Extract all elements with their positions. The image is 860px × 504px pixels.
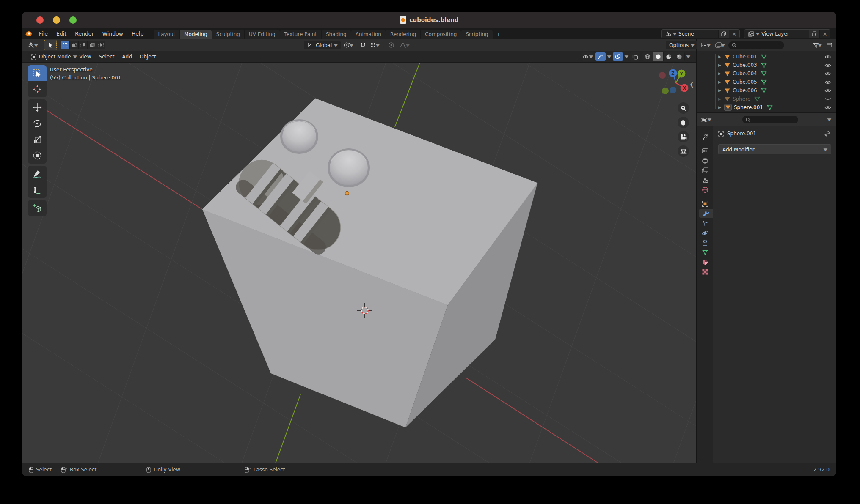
tab-layout[interactable]: Layout	[154, 30, 179, 39]
new-scene-button[interactable]	[718, 30, 729, 38]
tab-uv-editing[interactable]: UV Editing	[245, 30, 280, 39]
disclosure-triangle-icon[interactable]: ▶	[718, 63, 724, 67]
tab-physics[interactable]	[697, 228, 713, 237]
perspective-toggle-button[interactable]	[678, 145, 689, 157]
tab-view-layer[interactable]	[697, 166, 713, 175]
tab-compositing[interactable]: Compositing	[421, 30, 461, 39]
outliner-search-input[interactable]	[728, 41, 784, 49]
visibility-toggle[interactable]	[824, 80, 831, 85]
disclosure-triangle-icon[interactable]: ▶	[718, 105, 724, 110]
menu-object[interactable]: Object	[136, 54, 160, 60]
visibility-toggle[interactable]	[824, 63, 831, 68]
select-mode-invert[interactable]	[88, 41, 96, 49]
properties-editor-type-button[interactable]: ▼	[700, 115, 712, 124]
zoom-window-button[interactable]	[69, 16, 77, 24]
outliner-row-sphere[interactable]: ▶ Sphere	[697, 95, 836, 103]
outliner-row-sphere001[interactable]: ▶ Sphere.001	[697, 103, 836, 112]
outliner-row-cube004[interactable]: ▶ Cube.004	[697, 69, 836, 78]
tool-annotate[interactable]	[28, 166, 47, 182]
tab-world[interactable]	[697, 185, 713, 194]
gizmo-axis-neg-y[interactable]	[662, 88, 669, 94]
minimize-window-button[interactable]	[53, 16, 60, 24]
editor-type-button[interactable]: ▼	[27, 39, 38, 51]
snap-toggle-button[interactable]	[360, 39, 366, 51]
tab-texture-paint[interactable]: Texture Paint	[280, 30, 321, 39]
menu-edit[interactable]: Edit	[52, 28, 71, 39]
snap-settings-dropdown[interactable]: ▼	[369, 39, 380, 51]
disclosure-triangle-icon[interactable]: ▶	[718, 88, 724, 93]
tab-modifiers[interactable]	[699, 209, 713, 218]
shading-material-preview[interactable]	[664, 52, 674, 61]
tool-add-cube[interactable]	[28, 200, 47, 216]
shading-wireframe[interactable]	[642, 52, 653, 61]
tab-output[interactable]	[697, 156, 713, 165]
tool-cursor[interactable]	[28, 81, 47, 97]
model-cube[interactable]	[202, 99, 538, 427]
transform-orientation-dropdown[interactable]: Global ▼	[304, 39, 341, 51]
tab-sculpting[interactable]: Sculpting	[212, 30, 244, 39]
visibility-toggle-closed[interactable]	[824, 97, 831, 101]
zoom-view-button[interactable]	[678, 102, 689, 114]
object-visibility-dropdown[interactable]: ▼	[582, 52, 593, 61]
outliner-editor-type-button[interactable]: ▼	[700, 41, 711, 49]
visibility-toggle[interactable]	[824, 71, 831, 76]
gizmo-dropdown[interactable]: ▼	[607, 55, 612, 59]
model-dome-left[interactable]	[280, 119, 318, 154]
sidebar-collapse-chevron[interactable]: ❮	[689, 81, 694, 88]
disclosure-triangle-icon[interactable]: ▶	[718, 97, 724, 101]
select-mode-set[interactable]	[61, 41, 70, 49]
gizmo-axis-neg-x[interactable]	[659, 72, 666, 79]
menu-window[interactable]: Window	[98, 28, 127, 39]
xray-toggle[interactable]	[630, 52, 640, 61]
add-workspace-button[interactable]: +	[493, 30, 504, 39]
new-collection-button[interactable]	[825, 41, 834, 49]
proportional-falloff-dropdown[interactable]: ▼	[398, 39, 411, 51]
new-view-layer-button[interactable]	[809, 30, 819, 38]
tab-scripting[interactable]: Scripting	[461, 30, 492, 39]
view-layer-selector-main[interactable]: ▼ View Layer	[744, 30, 809, 38]
properties-options-dropdown[interactable]: ▼	[827, 118, 832, 122]
tool-measure[interactable]	[28, 182, 47, 198]
camera-view-button[interactable]	[678, 131, 689, 142]
tool-rotate[interactable]	[28, 115, 47, 131]
proportional-editing-button[interactable]	[387, 39, 396, 51]
show-overlays-toggle[interactable]	[613, 52, 623, 61]
menu-view[interactable]: View	[75, 54, 95, 60]
pan-view-button[interactable]	[678, 117, 689, 128]
outliner-row-cube005[interactable]: ▶ Cube.005	[697, 78, 836, 86]
tool-scale[interactable]	[28, 131, 47, 148]
tab-particles[interactable]	[697, 219, 713, 227]
outliner-row-cube006[interactable]: ▶ Cube.006	[697, 86, 836, 95]
pin-icon[interactable]	[824, 131, 830, 137]
menu-render[interactable]: Render	[71, 28, 98, 39]
close-window-button[interactable]	[36, 16, 44, 24]
tool-transform[interactable]	[28, 148, 47, 164]
options-dropdown[interactable]: Options ▼	[666, 39, 697, 51]
tab-rendering[interactable]: Rendering	[386, 30, 420, 39]
tool-select-box[interactable]	[28, 65, 47, 81]
tab-modeling[interactable]: Modeling	[180, 30, 212, 39]
visibility-toggle[interactable]	[824, 105, 831, 110]
tab-render[interactable]	[697, 146, 713, 155]
disclosure-triangle-icon[interactable]: ▶	[718, 71, 724, 76]
disclosure-triangle-icon[interactable]: ▶	[718, 80, 724, 84]
menu-file[interactable]: File	[35, 28, 52, 39]
blender-logo-icon[interactable]	[22, 28, 35, 39]
visibility-toggle[interactable]	[824, 55, 831, 59]
tab-object[interactable]	[697, 199, 713, 208]
outliner-filter-button[interactable]: ▼	[812, 41, 823, 49]
tab-material[interactable]	[697, 257, 713, 266]
tool-move[interactable]	[28, 99, 47, 115]
menu-add[interactable]: Add	[119, 54, 136, 60]
properties-search-input[interactable]	[742, 116, 798, 123]
unlink-scene-button[interactable]: ✕	[729, 30, 739, 38]
show-gizmo-toggle[interactable]	[595, 52, 606, 61]
active-tool-indicator[interactable]	[44, 39, 57, 51]
tab-texture[interactable]	[697, 267, 713, 276]
tab-animation[interactable]: Animation	[351, 30, 386, 39]
visibility-toggle[interactable]	[824, 88, 831, 93]
remove-view-layer-button[interactable]: ✕	[819, 30, 830, 38]
select-mode-subtract[interactable]	[79, 41, 88, 49]
outliner-display-mode-button[interactable]: ▼	[714, 41, 726, 49]
pivot-point-dropdown[interactable]: ▼	[342, 39, 354, 51]
